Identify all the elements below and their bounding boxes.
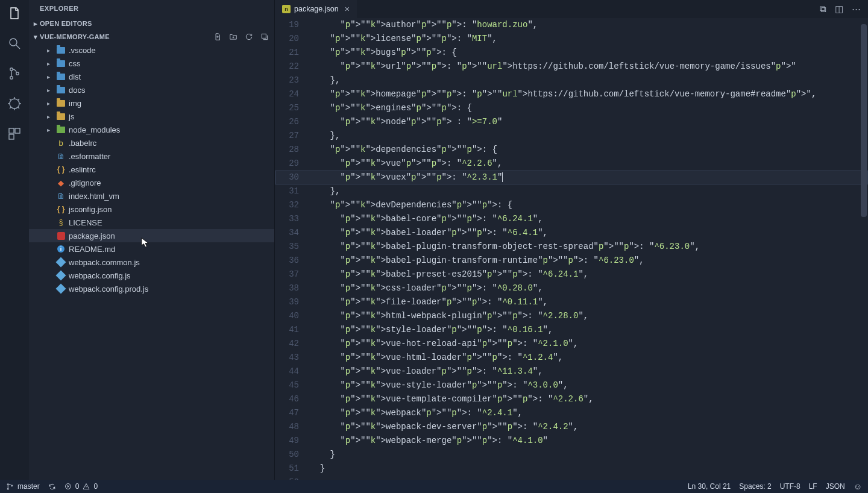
file-row[interactable]: package.json <box>29 229 274 242</box>
file-name: webpack.config.prod.js <box>69 284 148 294</box>
svg-point-3 <box>16 72 19 75</box>
code-line[interactable]: 31 }, <box>275 184 868 198</box>
code-line[interactable]: 39 "p">""k">file-loader"p">""p">: "^0.11… <box>275 295 868 309</box>
file-row[interactable]: b.babelrc <box>29 136 274 149</box>
code-line[interactable]: 42 "p">""k">vue-hot-reload-api"p">""p">:… <box>275 337 868 351</box>
eol[interactable]: LF <box>809 482 817 491</box>
minimap[interactable] <box>858 18 867 480</box>
file-name: webpack.config.js <box>69 271 131 280</box>
line-number: 45 <box>275 378 310 392</box>
sync-icon[interactable] <box>48 483 56 491</box>
folder-row[interactable]: ▸.vscode <box>29 43 274 57</box>
file-name: .eslintrc <box>69 165 96 174</box>
code-line[interactable]: 38 "p">""k">css-loader"p">""p">: "^0.28.… <box>275 281 868 295</box>
extensions-icon[interactable] <box>6 125 23 142</box>
file-row[interactable]: { }.eslintrc <box>29 163 274 176</box>
code-line[interactable]: 43 "p">""k">vue-html-loader"p">""p">: "^… <box>275 351 868 365</box>
code-line[interactable]: 50 } <box>275 448 868 462</box>
code-line[interactable]: 36 "p">""k">babel-plugin-transform-runti… <box>275 254 868 268</box>
folder-row[interactable]: ▸node_modules <box>29 123 274 136</box>
code-line[interactable]: 35 "p">""k">babel-plugin-transform-objec… <box>275 240 868 254</box>
folder-row[interactable]: ▸img <box>29 96 274 110</box>
code-line[interactable]: 52 <box>275 476 868 480</box>
code-text: "p">""k">vue"p">""p">: "^2.2.6", <box>310 157 868 171</box>
code-line[interactable]: 19 "p">""k">author"p">""p">: "howard.zuo… <box>275 18 868 32</box>
line-number: 32 <box>275 198 310 212</box>
code-text: "p">""k">author"p">""p">: "howard.zuo", <box>310 18 868 32</box>
code-line[interactable]: 46 "p">""k">vue-template-compiler"p">""p… <box>275 392 868 406</box>
file-row[interactable]: 🗎index.html_vm <box>29 189 274 203</box>
folder-row[interactable]: ▸css <box>29 57 274 70</box>
code-line[interactable]: 20 "p">""k">license"p">""p">: "MIT", <box>275 32 868 46</box>
file-name: .esformatter <box>69 152 110 161</box>
code-text: "p">""k">license"p">""p">: "MIT", <box>310 32 868 46</box>
code-text: }, <box>310 184 868 198</box>
open-editors-panel[interactable]: ▸OPEN EDITORS <box>29 17 274 30</box>
code-line[interactable]: 40 "p">""k">html-webpack-plugin"p">""p">… <box>275 309 868 323</box>
minimap-thumb[interactable] <box>861 24 867 217</box>
code-line[interactable]: 23 }, <box>275 74 868 87</box>
code-text: "p">""k">bugs"p">""p">: { <box>310 46 868 60</box>
code-line[interactable]: 48 "p">""k">webpack-dev-server"p">""p">:… <box>275 420 868 434</box>
file-row[interactable]: iREADME.md <box>29 242 274 256</box>
code-line[interactable]: 47 "p">""k">webpack"p">""p">: "^2.4.1", <box>275 406 868 420</box>
folder-row[interactable]: ▸docs <box>29 83 274 96</box>
code-line[interactable]: 34 "p">""k">babel-loader"p">""p">: "^6.4… <box>275 226 868 240</box>
code-line[interactable]: 30 "p">""k">vuex"p">""p">: "^2.3.1" <box>275 171 868 184</box>
project-panel[interactable]: ▾VUE-MEMORY-GAME <box>29 30 274 43</box>
debug-icon[interactable] <box>6 95 23 112</box>
code-line[interactable]: 44 "p">""k">vue-loader"p">""p">: "^11.3.… <box>275 365 868 378</box>
code-line[interactable]: 26 "p">""k">node"p">""p"> : ">=7.0" <box>275 115 868 129</box>
line-number: 22 <box>275 60 310 74</box>
indent[interactable]: Spaces: 2 <box>739 482 771 491</box>
git-branch[interactable]: master <box>6 482 40 491</box>
explorer-icon[interactable] <box>6 5 23 22</box>
folder-row[interactable]: ▸dist <box>29 70 274 83</box>
code-line[interactable]: 22 "p">""k">url"p">""p">: "p">""url">htt… <box>275 60 868 74</box>
collapse-all-icon[interactable] <box>260 32 269 42</box>
cursor-position[interactable]: Ln 30, Col 21 <box>688 482 731 491</box>
code-text: "p">""k">devDependencies"p">""p">: { <box>310 198 868 212</box>
code-line[interactable]: 51 } <box>275 462 868 476</box>
file-row[interactable]: webpack.config.prod.js <box>29 282 274 295</box>
language-mode[interactable]: JSON <box>826 482 845 491</box>
new-file-icon[interactable] <box>213 32 222 42</box>
code-line[interactable]: 24 "p">""k">homepage"p">""p">: "p">""url… <box>275 87 868 101</box>
source-control-icon[interactable] <box>6 65 23 82</box>
code-text: "p">""k">vue-html-loader"p">""p">: "^1.2… <box>310 351 868 365</box>
file-row[interactable]: ◆.gitignore <box>29 176 274 189</box>
more-actions-icon[interactable]: ⋯ <box>852 4 861 14</box>
code-line[interactable]: 33 "p">""k">babel-core"p">""p">: "^6.24.… <box>275 212 868 226</box>
search-icon[interactable] <box>6 35 23 52</box>
problems[interactable]: 0 0 <box>64 482 98 491</box>
code-line[interactable]: 37 "p">""k">babel-preset-es2015"p">""p">… <box>275 268 868 281</box>
code-line[interactable]: 28 "p">""k">dependencies"p">""p">: { <box>275 143 868 157</box>
file-row[interactable]: §LICENSE <box>29 216 274 229</box>
code-line[interactable]: 29 "p">""k">vue"p">""p">: "^2.2.6", <box>275 157 868 171</box>
file-row[interactable]: webpack.common.js <box>29 256 274 269</box>
code-text: "p">""k">vue-style-loader"p">""p">: "^3.… <box>310 378 868 392</box>
code-line[interactable]: 49 "p">""k">webpack-merge"p">""p">: "^4.… <box>275 434 868 448</box>
file-row[interactable]: 🗎.esformatter <box>29 149 274 163</box>
compare-icon[interactable]: ⧉ <box>820 4 826 14</box>
new-folder-icon[interactable] <box>228 32 238 42</box>
code-line[interactable]: 21 "p">""k">bugs"p">""p">: { <box>275 46 868 60</box>
close-tab-icon[interactable]: × <box>345 4 350 14</box>
line-number: 35 <box>275 240 310 254</box>
tab-package-json[interactable]: n package.json × <box>275 0 357 18</box>
encoding[interactable]: UTF-8 <box>780 482 800 491</box>
file-row[interactable]: webpack.config.js <box>29 269 274 282</box>
line-number: 31 <box>275 184 310 198</box>
code-line[interactable]: 32 "p">""k">devDependencies"p">""p">: { <box>275 198 868 212</box>
refresh-icon[interactable] <box>244 32 254 42</box>
split-editor-icon[interactable]: ◫ <box>835 4 843 14</box>
file-name: css <box>69 59 81 68</box>
folder-row[interactable]: ▸js <box>29 110 274 123</box>
feedback-icon[interactable]: ☺ <box>854 482 862 491</box>
code-line[interactable]: 25 "p">""k">engines"p">""p">: { <box>275 101 868 115</box>
code-line[interactable]: 41 "p">""k">style-loader"p">""p">: "^0.1… <box>275 323 868 337</box>
file-row[interactable]: { }jsconfig.json <box>29 203 274 216</box>
editor-scroll[interactable]: 19 "p">""k">author"p">""p">: "howard.zuo… <box>275 18 868 480</box>
code-line[interactable]: 45 "p">""k">vue-style-loader"p">""p">: "… <box>275 378 868 392</box>
code-line[interactable]: 27 }, <box>275 129 868 143</box>
